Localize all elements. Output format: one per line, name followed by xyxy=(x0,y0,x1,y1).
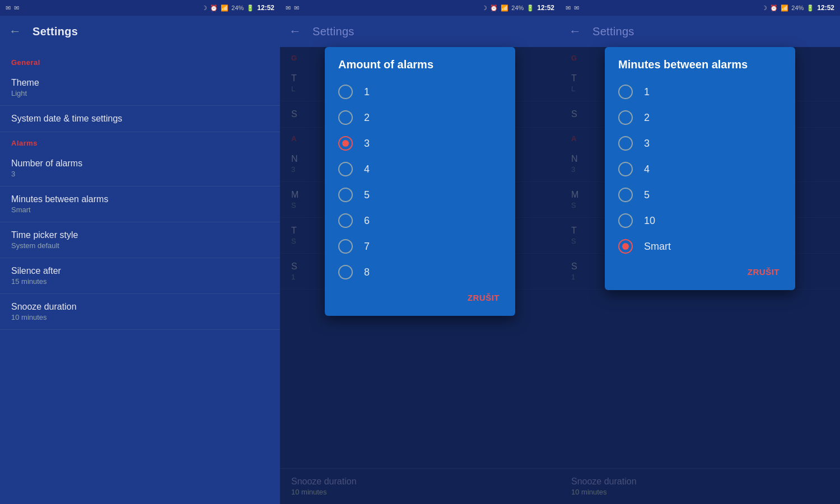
dialog-opt-min-2[interactable]: 2 xyxy=(605,105,795,130)
dialog-actions-alarms: ZRUŠIT xyxy=(325,285,515,311)
alarm-icon-2: ⏰ xyxy=(490,4,498,12)
dialog-option-label-1: 1 xyxy=(364,86,370,98)
settings-item-snooze[interactable]: Snooze duration 10 minutes xyxy=(0,294,280,330)
dialog-opt-min-label-4: 4 xyxy=(644,164,650,175)
dialog-opt-min-4[interactable]: 4 xyxy=(605,156,795,182)
dialog-opt-min-label-5: 5 xyxy=(644,189,650,201)
radio-1[interactable] xyxy=(338,85,353,99)
settings-item-num-alarms[interactable]: Number of alarms 3 xyxy=(0,151,280,186)
radio-5[interactable] xyxy=(338,188,353,202)
wifi-icon-2: 📶 xyxy=(501,4,508,12)
settings-item-minutes[interactable]: Minutes between alarms Smart xyxy=(0,186,280,222)
radio-3[interactable] xyxy=(338,136,353,151)
dialog-option-4[interactable]: 4 xyxy=(325,156,515,182)
dialog-option-6[interactable]: 6 xyxy=(325,208,515,234)
radio-4[interactable] xyxy=(338,162,353,176)
dialog-overlay-alarms: Amount of alarms 1 2 3 4 5 xyxy=(280,47,560,504)
moon-icon-3: ☽ xyxy=(762,4,767,12)
settings-item-silence[interactable]: Silence after 15 minutes xyxy=(0,258,280,294)
dialog-option-2[interactable]: 2 xyxy=(325,105,515,130)
settings-item-snooze-title: Snooze duration xyxy=(11,302,269,312)
dialog-option-5[interactable]: 5 xyxy=(325,182,515,208)
settings-item-theme[interactable]: Theme Light xyxy=(0,70,280,106)
dialog-option-7[interactable]: 7 xyxy=(325,234,515,259)
status-bar-3: ✉ ✉ ☽ ⏰ 📶 24% 🔋 12:52 xyxy=(560,0,840,16)
radio-min-4[interactable] xyxy=(618,162,633,176)
battery-text-3: 24% xyxy=(791,4,804,11)
envelope-icon-6: ✉ xyxy=(574,4,579,12)
dialog-opt-min-label-smart: Smart xyxy=(644,241,671,253)
back-button-2[interactable]: ← xyxy=(289,24,301,39)
cancel-button-minutes[interactable]: ZRUŠIT xyxy=(741,263,786,281)
battery-icon-3: 🔋 xyxy=(806,4,814,12)
radio-min-smart[interactable] xyxy=(618,239,633,254)
page-title-2: Settings xyxy=(312,25,354,38)
envelope-icon-1: ✉ xyxy=(6,4,11,12)
dialog-option-label-6: 6 xyxy=(364,215,370,227)
dialog-opt-min-smart[interactable]: Smart xyxy=(605,234,795,259)
battery-text-2: 24% xyxy=(511,4,524,11)
battery-icon-1: 🔋 xyxy=(246,4,254,12)
dialog-opt-min-10[interactable]: 10 xyxy=(605,208,795,234)
dialog-option-label-8: 8 xyxy=(364,267,370,278)
settings-item-theme-title: Theme xyxy=(11,78,269,88)
dialog-opt-min-5[interactable]: 5 xyxy=(605,182,795,208)
back-button-3[interactable]: ← xyxy=(569,24,581,39)
envelope-icon-2: ✉ xyxy=(14,4,19,12)
dialog-actions-minutes: ZRUŠIT xyxy=(605,259,795,286)
time-2: 12:52 xyxy=(537,4,554,12)
moon-icon-1: ☽ xyxy=(202,4,207,12)
radio-min-2[interactable] xyxy=(618,110,633,125)
radio-6[interactable] xyxy=(338,213,353,228)
back-button-1[interactable]: ← xyxy=(9,24,21,39)
wifi-icon-3: 📶 xyxy=(781,4,788,12)
dialog-opt-min-label-2: 2 xyxy=(644,112,650,124)
panel-alarms-dialog: ✉ ✉ ☽ ⏰ 📶 24% 🔋 12:52 ← Settings G T L S… xyxy=(280,0,560,504)
settings-item-datetime[interactable]: System date & time settings xyxy=(0,106,280,132)
app-bar-1: ← Settings xyxy=(0,16,280,47)
dialog-option-label-4: 4 xyxy=(364,164,370,175)
radio-min-1[interactable] xyxy=(618,85,633,99)
envelope-icon-5: ✉ xyxy=(566,4,571,12)
battery-text-1: 24% xyxy=(231,4,244,11)
settings-item-minutes-subtitle: Smart xyxy=(11,206,269,214)
settings-item-timepicker[interactable]: Time picker style System default xyxy=(0,222,280,258)
settings-list-1: General Theme Light System date & time s… xyxy=(0,47,280,504)
dialog-option-3[interactable]: 3 xyxy=(325,130,515,156)
status-icons-left-1: ✉ ✉ xyxy=(6,4,19,12)
settings-item-silence-title: Silence after xyxy=(11,266,269,276)
radio-2[interactable] xyxy=(338,110,353,125)
section-general-1: General xyxy=(0,52,280,70)
dialog-option-8[interactable]: 8 xyxy=(325,259,515,285)
moon-icon-2: ☽ xyxy=(482,4,487,12)
settings-item-silence-subtitle: 15 minutes xyxy=(11,277,269,286)
dialog-opt-min-3[interactable]: 3 xyxy=(605,130,795,156)
dialog-option-label-7: 7 xyxy=(364,241,370,253)
dialog-title-alarms: Amount of alarms xyxy=(325,47,515,79)
dialog-opt-min-label-10: 10 xyxy=(644,215,655,227)
status-icons-left-3: ✉ ✉ xyxy=(566,4,579,12)
battery-icon-2: 🔋 xyxy=(526,4,534,12)
panel-minutes-dialog: ✉ ✉ ☽ ⏰ 📶 24% 🔋 12:52 ← Settings G T L S… xyxy=(560,0,840,504)
settings-item-minutes-title: Minutes between alarms xyxy=(11,194,269,204)
status-bar-1: ✉ ✉ ☽ ⏰ 📶 24% 🔋 12:52 xyxy=(0,0,280,16)
time-3: 12:52 xyxy=(817,4,834,12)
radio-8[interactable] xyxy=(338,265,353,279)
radio-min-5[interactable] xyxy=(618,188,633,202)
settings-item-num-alarms-subtitle: 3 xyxy=(11,170,269,178)
settings-item-datetime-title: System date & time settings xyxy=(11,114,269,124)
page-title-3: Settings xyxy=(592,25,634,38)
radio-min-3[interactable] xyxy=(618,136,633,151)
dialog-title-minutes: Minutes between alarms xyxy=(605,47,795,79)
app-bar-2: ← Settings xyxy=(280,16,560,47)
dialog-option-label-2: 2 xyxy=(364,112,370,124)
amount-alarms-dialog: Amount of alarms 1 2 3 4 5 xyxy=(325,47,515,316)
radio-7[interactable] xyxy=(338,239,353,254)
cancel-button-alarms[interactable]: ZRUŠIT xyxy=(461,288,506,307)
wifi-icon-1: 📶 xyxy=(221,4,228,12)
page-title-1: Settings xyxy=(32,25,78,38)
alarm-icon-1: ⏰ xyxy=(210,4,218,12)
radio-min-10[interactable] xyxy=(618,213,633,228)
dialog-opt-min-1[interactable]: 1 xyxy=(605,79,795,105)
dialog-option-1[interactable]: 1 xyxy=(325,79,515,105)
